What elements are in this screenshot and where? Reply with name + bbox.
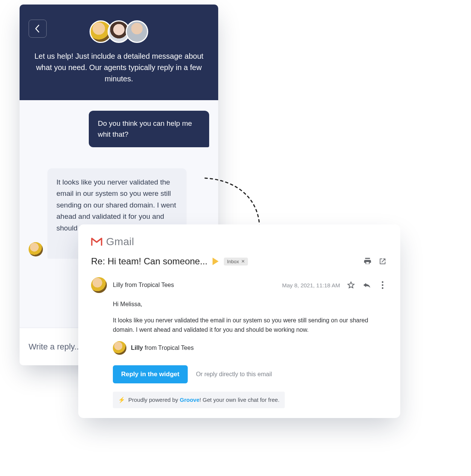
print-button[interactable]: [363, 256, 372, 266]
chat-intro-text: Let us help! Just include a detailed mes…: [32, 50, 205, 84]
email-signature: Lilly from Tropical Tees: [113, 341, 387, 355]
email-actions: Reply in the widget Or reply directly to…: [113, 365, 387, 383]
svg-point-1: [382, 284, 383, 286]
reply-arrow-button[interactable]: [362, 280, 372, 290]
signature-name: Lilly: [131, 345, 143, 351]
chevron-left-icon: [35, 24, 41, 33]
email-date: May 8, 2021, 11:18 AM: [282, 282, 340, 288]
email-brand-row: Gmail: [91, 236, 387, 248]
powered-pre: Proudly powered by: [128, 397, 180, 403]
more-vert-icon: [381, 281, 384, 289]
gmail-icon: [91, 238, 102, 246]
star-button[interactable]: [346, 280, 356, 290]
sender-avatar: [91, 277, 107, 293]
email-from: Lilly from Tropical Tees: [113, 282, 174, 288]
agent-avatars: [30, 20, 208, 43]
svg-point-2: [382, 287, 383, 289]
signature-rest: from Tropical Tees: [143, 345, 194, 351]
chat-header: Let us help! Just include a detailed mes…: [20, 5, 218, 100]
email-body: Hi Melissa, It looks like you nerver val…: [113, 300, 387, 408]
print-icon: [363, 257, 372, 265]
more-button[interactable]: [378, 280, 387, 290]
inbox-tag[interactable]: Inbox ✕: [224, 258, 248, 265]
signature-avatar: [113, 341, 126, 355]
inbox-tag-label: Inbox: [227, 259, 239, 264]
email-brand-label: Gmail: [106, 236, 134, 248]
email-greeting: Hi Melissa,: [113, 300, 387, 309]
important-marker-icon[interactable]: [213, 258, 219, 265]
reply-in-widget-button[interactable]: Reply in the widget: [113, 365, 188, 383]
open-in-new-icon: [379, 258, 386, 265]
powered-by-banner: ⚡ Proudly powered by Groove! Get your ow…: [113, 392, 285, 408]
user-message-bubble: Do you think you can help me whit that?: [89, 111, 209, 147]
signature-text: Lilly from Tropical Tees: [131, 343, 194, 353]
back-button[interactable]: [29, 20, 47, 38]
powered-post: ! Get your own live chat for free.: [199, 397, 280, 403]
agent-avatar: [29, 242, 43, 256]
star-icon: [347, 281, 355, 289]
email-panel: Gmail Re: Hi team! Can someone... Inbox …: [78, 224, 400, 418]
subject-row: Re: Hi team! Can someone... Inbox ✕: [91, 256, 387, 267]
inbox-tag-remove-icon[interactable]: ✕: [241, 259, 245, 264]
powered-brand-link[interactable]: Groove: [180, 397, 200, 403]
reply-icon: [363, 281, 371, 289]
email-subject: Re: Hi team! Can someone...: [91, 256, 207, 267]
email-meta-row: Lilly from Tropical Tees May 8, 2021, 11…: [91, 277, 387, 293]
open-new-button[interactable]: [378, 256, 387, 266]
avatar: [126, 20, 148, 43]
or-reply-text: Or reply directly to this email: [196, 370, 272, 379]
lightning-icon: ⚡: [118, 395, 125, 404]
svg-point-0: [382, 281, 383, 283]
email-body-text: It looks like you nerver validated the e…: [113, 316, 387, 335]
